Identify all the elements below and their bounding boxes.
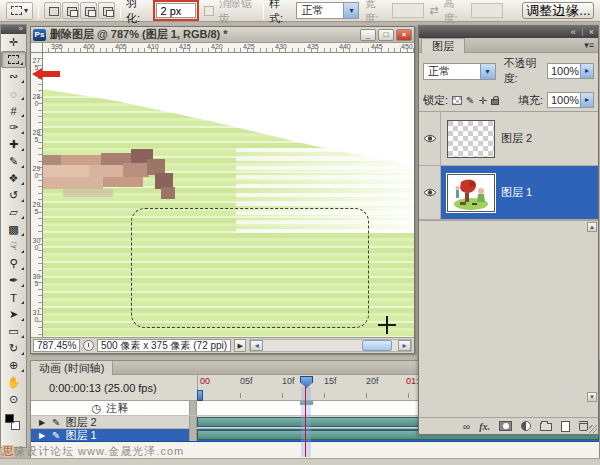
blend-mode-select[interactable]: 正常 ▾ bbox=[423, 63, 496, 80]
scroll-right-button[interactable]: ▸ bbox=[398, 340, 411, 351]
zoom-tool[interactable]: ⊙ bbox=[1, 391, 26, 408]
minimize-button[interactable]: _ bbox=[360, 29, 376, 41]
layer-track-icon: ✎ bbox=[52, 417, 60, 428]
height-input bbox=[471, 3, 503, 18]
type-tool[interactable]: T bbox=[1, 289, 26, 306]
intersect-selection-button[interactable] bbox=[98, 2, 115, 19]
eyedropper-tool[interactable]: ✑ bbox=[1, 119, 26, 136]
work-area-start-marker[interactable] bbox=[197, 390, 203, 401]
crop-tool[interactable]: # bbox=[1, 102, 26, 119]
stopwatch-icon[interactable]: ◷ bbox=[92, 402, 102, 415]
hand-tool[interactable]: ✋ bbox=[1, 374, 26, 391]
lock-pixels-icon[interactable]: ✎ bbox=[466, 95, 474, 106]
marquee-selection[interactable] bbox=[131, 208, 369, 328]
document-window: Ps 删除图层 @ 787% (图层 1, RGB/8) * _ □ × 395… bbox=[30, 26, 415, 354]
layer-thumbnail-transparent[interactable] bbox=[447, 120, 495, 158]
tab-animation-timeline[interactable]: 动画 (时间轴) bbox=[31, 361, 113, 375]
feather-label: 羽化: bbox=[126, 0, 148, 26]
layer-name[interactable]: 图层 2 bbox=[501, 131, 532, 146]
spot-healing-brush-tool[interactable]: ✚ bbox=[1, 136, 26, 153]
canvas[interactable] bbox=[43, 53, 414, 339]
chevron-down-icon: ▾ bbox=[24, 7, 28, 15]
palette-collapse-grip[interactable]: » bbox=[1, 25, 26, 34]
dodge-tool[interactable]: ⚲ bbox=[1, 255, 26, 272]
layer-style-icon[interactable]: fx. bbox=[479, 421, 490, 432]
eraser-tool[interactable]: ▱ bbox=[1, 204, 26, 221]
status-flyout-arrow[interactable]: ▶ bbox=[234, 339, 246, 352]
options-bar: ▾ 羽化: 消除锯齿 样式: 正常 ▾ 宽度: ⇄ 高度: 调整边缘... bbox=[0, 0, 600, 22]
color-swatches[interactable] bbox=[1, 412, 26, 434]
chevron-right-icon[interactable]: ▸ bbox=[580, 64, 593, 78]
tab-layers[interactable]: 图层 bbox=[421, 38, 465, 53]
chevron-right-icon[interactable]: ▸ bbox=[580, 93, 593, 107]
style-select[interactable]: 正常 ▾ bbox=[296, 2, 359, 19]
delete-layer-icon[interactable] bbox=[579, 421, 588, 431]
shape-tool[interactable]: ▭ bbox=[1, 323, 26, 340]
path-selection-tool[interactable]: ➤ bbox=[1, 306, 26, 323]
pen-tool[interactable]: ✒ bbox=[1, 272, 26, 289]
add-to-selection-button[interactable] bbox=[62, 2, 79, 19]
document-titlebar[interactable]: Ps 删除图层 @ 787% (图层 1, RGB/8) * _ □ × bbox=[31, 27, 414, 43]
new-group-icon[interactable] bbox=[540, 423, 552, 431]
add-layer-mask-icon[interactable] bbox=[499, 421, 512, 431]
quick-selection-tool[interactable]: ◌ bbox=[1, 85, 26, 102]
layer-row-2[interactable]: 图层 2 bbox=[419, 112, 598, 166]
annotation-highlight-box bbox=[153, 0, 199, 21]
visibility-toggle[interactable] bbox=[419, 112, 441, 165]
lock-all-icon[interactable] bbox=[491, 99, 499, 105]
lasso-tool[interactable]: ∾ bbox=[1, 68, 26, 85]
move-tool[interactable]: ✛ bbox=[1, 34, 26, 51]
expand-toggle-icon[interactable]: ▶ bbox=[39, 418, 47, 427]
layer-thumbnail-image[interactable] bbox=[447, 174, 495, 212]
history-brush-tool[interactable]: ↺ bbox=[1, 187, 26, 204]
chevron-down-icon[interactable]: ▾ bbox=[480, 64, 495, 79]
panel-menu-icon[interactable]: ▾≡ bbox=[584, 40, 594, 50]
restore-button[interactable]: □ bbox=[378, 29, 394, 41]
link-layers-icon[interactable]: ∞ bbox=[463, 421, 470, 432]
collapse-panel-icon[interactable]: « bbox=[571, 27, 576, 37]
expand-toggle-icon[interactable]: ▶ bbox=[39, 431, 47, 440]
fill-field[interactable]: 100% ▸ bbox=[547, 92, 594, 108]
subtract-from-selection-button[interactable] bbox=[80, 2, 97, 19]
ruler-corner bbox=[31, 43, 43, 53]
visibility-toggle[interactable] bbox=[419, 166, 441, 219]
3d-rotate-tool[interactable]: ↻ bbox=[1, 340, 26, 357]
scroll-up-button[interactable]: ▲ bbox=[587, 222, 597, 232]
feather-input[interactable] bbox=[156, 3, 196, 18]
lock-transparency-icon[interactable] bbox=[452, 96, 462, 105]
zoom-level[interactable]: 787.45% bbox=[33, 339, 80, 352]
clone-stamp-tool[interactable]: ❖ bbox=[1, 170, 26, 187]
3d-orbit-tool[interactable]: ⊕ bbox=[1, 357, 26, 374]
scrollbar-track[interactable] bbox=[263, 340, 398, 351]
scroll-left-button[interactable]: ◂ bbox=[250, 340, 263, 351]
foreground-color-swatch[interactable] bbox=[5, 414, 14, 423]
scroll-down-button[interactable]: ▼ bbox=[587, 392, 597, 402]
swap-dimensions-icon[interactable]: ⇄ bbox=[429, 4, 438, 17]
panel-resize-grip[interactable] bbox=[589, 425, 597, 433]
opacity-field[interactable]: 100% ▸ bbox=[547, 63, 594, 79]
layers-scrollbar[interactable]: ▲ ▼ bbox=[587, 222, 597, 402]
photoshop-file-icon: Ps bbox=[33, 29, 46, 41]
brush-tool[interactable]: ✎ bbox=[1, 153, 26, 170]
playhead-column-highlight bbox=[301, 387, 311, 457]
antialias-checkbox[interactable] bbox=[204, 6, 213, 16]
scrollbar-thumb[interactable] bbox=[362, 340, 392, 351]
refine-edge-button[interactable]: 调整边缘... bbox=[522, 2, 594, 19]
layer-row-1-selected[interactable]: 图层 1 bbox=[419, 166, 598, 220]
layer-name[interactable]: 图层 1 bbox=[501, 185, 532, 200]
close-button[interactable]: × bbox=[396, 29, 412, 41]
framerate: (25.00 fps) bbox=[104, 382, 157, 394]
close-panel-icon[interactable]: × bbox=[589, 27, 594, 37]
smudge-tool[interactable]: ☟ bbox=[1, 238, 26, 255]
panel-header-strip: « × bbox=[419, 26, 598, 38]
horizontal-scrollbar[interactable]: ◂ ▸ bbox=[249, 339, 412, 352]
new-layer-icon[interactable] bbox=[561, 421, 570, 432]
gradient-tool[interactable]: ▩ bbox=[1, 221, 26, 238]
marquee-icon bbox=[8, 55, 19, 64]
new-selection-button[interactable] bbox=[44, 2, 61, 19]
tool-preset-picker[interactable]: ▾ bbox=[6, 2, 33, 20]
rectangular-marquee-tool[interactable] bbox=[1, 51, 26, 68]
chevron-down-icon[interactable]: ▾ bbox=[343, 3, 358, 18]
adjustment-layer-icon[interactable] bbox=[521, 421, 531, 431]
lock-position-icon[interactable]: ✛ bbox=[478, 95, 486, 106]
